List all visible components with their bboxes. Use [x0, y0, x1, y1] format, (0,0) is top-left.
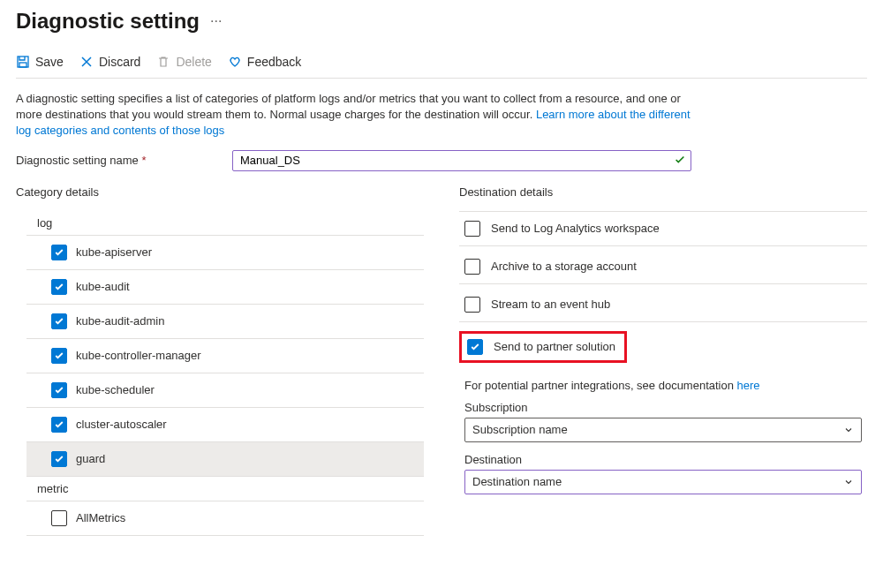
feedback-button[interactable]: Feedback: [228, 55, 301, 69]
log-kube-scheduler-label: kube-scheduler: [76, 383, 155, 396]
log-kube-controller-manager-label: kube-controller-manager: [76, 349, 201, 362]
chevron-down-icon: [843, 425, 854, 435]
chevron-down-icon: [843, 477, 854, 487]
dest-row[interactable]: Archive to a storage account: [459, 250, 867, 284]
dest-row[interactable]: Stream to an event hub: [459, 288, 867, 322]
save-button[interactable]: Save: [16, 55, 64, 69]
close-icon: [79, 55, 94, 69]
log-cluster-autoscaler-label: cluster-autoscaler: [76, 418, 167, 431]
metric-AllMetrics-label: AllMetrics: [76, 511, 125, 524]
delete-label: Delete: [176, 55, 211, 69]
subscription-value: Subscription name: [472, 423, 568, 436]
log-guard-checkbox[interactable]: [51, 451, 67, 467]
setting-name-input[interactable]: [232, 150, 691, 171]
log-kube-apiserver-row[interactable]: kube-apiserver: [26, 236, 424, 270]
category-title: Category details: [16, 185, 424, 199]
log-kube-controller-manager-row[interactable]: kube-controller-manager: [26, 339, 424, 373]
log-kube-audit-row[interactable]: kube-audit: [26, 270, 424, 305]
partner-checkbox[interactable]: [467, 339, 483, 355]
log-kube-apiserver-label: kube-apiserver: [76, 245, 152, 259]
log-kube-audit-admin-checkbox[interactable]: [51, 313, 67, 329]
subscription-label: Subscription: [464, 401, 867, 414]
delete-button: Delete: [156, 55, 211, 69]
dest-row[interactable]: Send to Log Analytics workspace: [459, 212, 867, 246]
category-details: Category details log kube-apiserverkube-…: [16, 185, 424, 536]
partner-doc-link[interactable]: here: [737, 379, 760, 392]
svg-rect-1: [19, 63, 26, 67]
log-kube-audit-label: kube-audit: [76, 280, 130, 293]
log-kube-scheduler-row[interactable]: kube-scheduler: [26, 373, 424, 408]
log-kube-apiserver-checkbox[interactable]: [51, 245, 67, 260]
log-cluster-autoscaler-row[interactable]: cluster-autoscaler: [26, 408, 424, 442]
intro-text: A diagnostic setting specifies a list of…: [16, 91, 705, 139]
more-actions-button[interactable]: ···: [207, 13, 225, 29]
log-kube-audit-admin-label: kube-audit-admin: [76, 314, 164, 328]
log-kube-scheduler-checkbox[interactable]: [51, 382, 67, 398]
subscription-dropdown[interactable]: Subscription name: [464, 418, 862, 442]
metric-AllMetrics-row[interactable]: AllMetrics: [26, 501, 424, 536]
log-kube-audit-checkbox[interactable]: [51, 279, 67, 295]
check-icon: [674, 154, 686, 169]
destination-title: Destination details: [459, 185, 867, 199]
log-kube-controller-manager-checkbox[interactable]: [51, 348, 67, 364]
log-group-header: log: [26, 211, 424, 236]
dest-checkbox[interactable]: [464, 221, 480, 237]
dest-label: Send to Log Analytics workspace: [491, 222, 660, 235]
log-guard-label: guard: [76, 452, 105, 465]
save-icon: [16, 55, 30, 69]
dest-label: Archive to a storage account: [491, 260, 637, 273]
destination-details: Destination details Send to Log Analytic…: [459, 185, 867, 536]
discard-label: Discard: [99, 55, 140, 69]
partner-solution-highlight: Send to partner solution: [459, 331, 627, 363]
destination-dropdown[interactable]: Destination name: [464, 470, 862, 494]
page-title: Diagnostic setting: [16, 9, 200, 34]
discard-button[interactable]: Discard: [79, 55, 140, 69]
trash-icon: [156, 55, 170, 69]
toolbar: Save Discard Delete Feedback: [16, 48, 867, 79]
feedback-label: Feedback: [247, 55, 301, 69]
dest-label: Stream to an event hub: [491, 298, 610, 311]
save-label: Save: [35, 55, 64, 69]
log-cluster-autoscaler-checkbox[interactable]: [51, 417, 67, 433]
destination-label: Destination: [464, 453, 867, 466]
partner-label: Send to partner solution: [494, 340, 615, 353]
destination-value: Destination name: [472, 475, 562, 488]
log-guard-row[interactable]: guard: [26, 442, 424, 477]
partner-help-text: For potential partner integrations, see …: [464, 379, 867, 392]
heart-icon: [228, 55, 242, 69]
dest-checkbox[interactable]: [464, 297, 480, 313]
log-kube-audit-admin-row[interactable]: kube-audit-admin: [26, 305, 424, 339]
dest-checkbox[interactable]: [464, 259, 480, 275]
metric-group-header: metric: [26, 477, 424, 501]
metric-AllMetrics-checkbox[interactable]: [51, 510, 67, 526]
setting-name-label: Diagnostic setting name *: [16, 154, 223, 167]
